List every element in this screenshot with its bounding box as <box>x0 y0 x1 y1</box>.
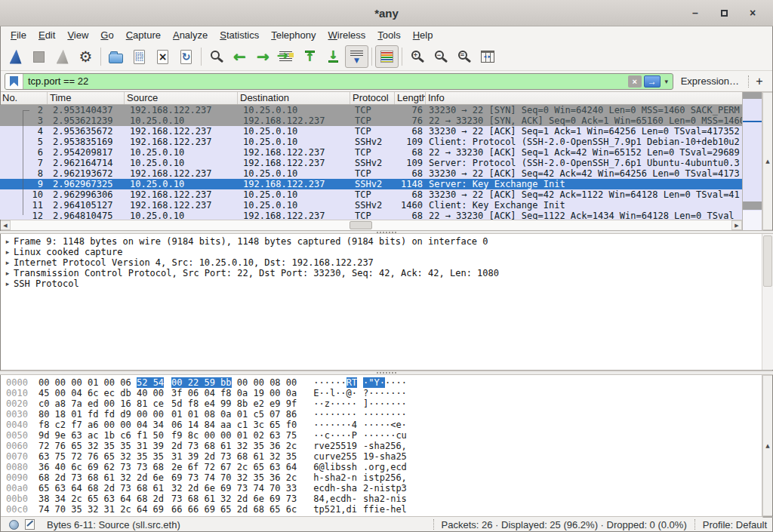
expand-arrow-icon[interactable]: ▸ <box>2 236 14 247</box>
hex-row-0010[interactable]: 001045 00 04 6c ec db 40 003f 06 04 f8 0… <box>0 388 762 398</box>
column-header-source[interactable]: Source <box>125 92 238 104</box>
packet-row-9[interactable]: 92.96296732510.25.0.10192.168.122.237SSH… <box>0 179 742 189</box>
resize-columns-button[interactable] <box>476 45 499 68</box>
go-forward-button[interactable]: → <box>251 45 275 68</box>
hex-row-0020[interactable]: 0020c0 a8 7a ed 00 16 81 ce5d f8 e4 99 8… <box>0 398 762 409</box>
details-vscrollbar[interactable] <box>762 234 773 370</box>
hex-dump[interactable]: 000000 00 00 01 00 06 52 5400 22 59 bb 0… <box>0 375 762 516</box>
close-file-button[interactable]: × <box>151 45 174 68</box>
go-top-button[interactable]: ↑ <box>298 45 322 68</box>
menu-edit[interactable]: Edit <box>32 28 61 42</box>
zoom-original-button[interactable]: = <box>452 45 476 68</box>
hex-row-0090[interactable]: 009068 2d 73 68 61 32 2d 6e69 73 74 70 3… <box>0 472 762 483</box>
zoom-out-button[interactable]: − <box>429 45 452 68</box>
go-back-button[interactable]: ← <box>228 45 251 68</box>
filter-apply-button[interactable]: → <box>644 75 661 88</box>
minimize-button[interactable]: – <box>687 5 704 21</box>
maximize-button[interactable] <box>716 5 732 21</box>
detail-row-1[interactable]: ▸Linux cooked capture <box>2 247 762 257</box>
hex-row-0080[interactable]: 008036 40 6c 69 62 73 73 682e 6f 72 67 2… <box>0 462 762 472</box>
hex-row-0040[interactable]: 0040f8 c2 f7 a6 00 00 04 3406 14 84 aa c… <box>0 420 762 430</box>
detail-row-4[interactable]: ▸SSH Protocol <box>2 278 762 289</box>
stop-capture-button[interactable] <box>27 45 51 68</box>
hex-row-0000[interactable]: 000000 00 00 01 00 06 52 5400 22 59 bb 0… <box>0 377 762 388</box>
packet-row-8[interactable]: 82.962193672192.168.122.23710.25.0.10TCP… <box>0 168 742 179</box>
expand-arrow-icon[interactable]: ▸ <box>2 268 14 278</box>
packet-list-hscrollbar[interactable]: ◀ ▶ <box>0 220 742 230</box>
column-header-time[interactable]: Time <box>48 92 125 104</box>
packet-minimap-scrollbar[interactable] <box>742 92 762 230</box>
hex-row-00a0[interactable]: 00a065 63 64 68 2d 73 68 6132 2d 6e 69 7… <box>0 483 762 494</box>
menu-capture[interactable]: Capture <box>120 28 167 42</box>
filter-value[interactable]: tcp.port == 22 <box>23 75 628 87</box>
column-header-protocol[interactable]: Protocol <box>350 92 395 104</box>
expert-info-icon[interactable] <box>9 520 19 530</box>
hscroll-thumb[interactable] <box>350 221 372 229</box>
menu-file[interactable]: File <box>5 28 32 42</box>
packet-row-11[interactable]: 112.964105127192.168.122.23710.25.0.10SS… <box>0 200 742 211</box>
menu-help[interactable]: Help <box>407 28 439 42</box>
capture-comment-icon[interactable] <box>25 519 35 530</box>
filter-history-dropdown[interactable]: ▾ <box>661 74 673 89</box>
hscroll-track[interactable] <box>11 220 731 230</box>
expand-arrow-icon[interactable]: ▸ <box>2 257 14 268</box>
start-capture-button[interactable] <box>4 45 27 68</box>
expand-arrow-icon[interactable]: ▸ <box>2 278 14 289</box>
expand-arrow-icon[interactable]: ▸ <box>2 247 14 257</box>
scroll-left-icon[interactable]: ◀ <box>0 220 11 230</box>
filter-clear-button[interactable]: × <box>628 75 642 88</box>
packet-row-7[interactable]: 72.96216471410.25.0.10192.168.122.237SSH… <box>0 158 742 168</box>
scroll-up-icon[interactable]: ▲ <box>762 92 773 230</box>
column-header-no[interactable]: No. <box>0 92 48 104</box>
display-filter-input[interactable]: tcp.port == 22 × → ▾ <box>5 73 673 90</box>
hex-row-00c0[interactable]: 00c074 70 35 32 31 2c 64 6966 66 69 65 2… <box>0 504 762 515</box>
hex-row-0050[interactable]: 00509d 9e 63 ac 1b c6 f1 50f9 8c 00 00 0… <box>0 430 762 441</box>
hex-row-0030[interactable]: 003080 18 01 fd fd d9 00 0001 01 08 0a 0… <box>0 409 762 420</box>
expression-button[interactable]: Expression… <box>673 75 747 87</box>
column-header-destination[interactable]: Destination <box>238 92 350 104</box>
hex-row-0060[interactable]: 006072 76 65 32 35 35 31 392d 73 68 61 3… <box>0 441 762 451</box>
detail-row-3[interactable]: ▸Transmission Control Protocol, Src Port… <box>2 268 762 278</box>
packet-row-5[interactable]: 52.953835169192.168.122.23710.25.0.10SSH… <box>0 137 742 147</box>
go-to-packet-button[interactable]: → <box>275 45 298 68</box>
scroll-up-icon[interactable]: ▲ <box>762 375 773 516</box>
hex-row-0070[interactable]: 007063 75 72 76 65 32 35 3531 39 2d 73 6… <box>0 451 762 462</box>
capture-options-button[interactable]: ⚙ <box>74 45 97 68</box>
menu-tools[interactable]: Tools <box>371 28 406 42</box>
bytes-scroll-thumb[interactable] <box>762 516 773 518</box>
detail-row-0[interactable]: ▸Frame 9: 1148 bytes on wire (9184 bits)… <box>2 236 762 247</box>
menu-view[interactable]: View <box>61 28 94 42</box>
bytes-vscrollbar[interactable]: ▲ ▼ <box>762 375 773 516</box>
zoom-in-button[interactable]: + <box>405 45 429 68</box>
menu-telephony[interactable]: Telephony <box>265 28 322 42</box>
menu-statistics[interactable]: Statistics <box>214 28 265 42</box>
hex-row-00b0[interactable]: 00b038 34 2c 65 63 64 68 2d73 68 61 32 2… <box>0 494 762 504</box>
packet-row-2[interactable]: 22.953140437192.168.122.23710.25.0.10TCP… <box>0 105 742 115</box>
packet-row-10[interactable]: 102.962996306192.168.122.23710.25.0.10TC… <box>0 189 742 200</box>
column-header-length[interactable]: Length <box>395 92 426 104</box>
pane-splitter-top[interactable] <box>0 231 773 234</box>
colorize-button[interactable] <box>375 45 399 68</box>
reload-file-button[interactable]: ↻ <box>174 45 198 68</box>
scroll-right-icon[interactable]: ▶ <box>731 220 742 230</box>
menu-go[interactable]: Go <box>94 28 119 42</box>
pane-splitter-bottom[interactable] <box>0 371 773 375</box>
close-button[interactable]: × <box>744 5 761 21</box>
packet-list[interactable]: 22.953140437192.168.122.23710.25.0.10TCP… <box>0 105 742 220</box>
packet-list-vscrollbar[interactable]: ▲ ▼ <box>762 92 773 230</box>
menu-analyze[interactable]: Analyze <box>167 28 214 42</box>
filter-bookmark-button[interactable] <box>5 74 23 89</box>
find-packet-button[interactable] <box>205 45 228 68</box>
packet-row-3[interactable]: 32.95362123910.25.0.10192.168.122.237TCP… <box>0 115 742 126</box>
detail-row-2[interactable]: ▸Internet Protocol Version 4, Src: 10.25… <box>2 257 762 268</box>
add-filter-button[interactable]: + <box>750 73 768 90</box>
details-scroll-thumb[interactable] <box>763 235 772 287</box>
save-file-button[interactable]: 0101 0110 0111 <box>128 45 151 68</box>
auto-scroll-button[interactable]: ▼ <box>345 45 368 68</box>
packet-row-12[interactable]: 122.96481047510.25.0.10192.168.122.237TC… <box>0 211 742 220</box>
packet-row-6[interactable]: 62.95420981710.25.0.10192.168.122.237TCP… <box>0 147 742 158</box>
column-header-info[interactable]: Info <box>426 92 742 104</box>
restart-capture-button[interactable] <box>51 45 74 68</box>
open-file-button[interactable] <box>104 45 128 68</box>
go-bottom-button[interactable]: ↓ <box>322 45 345 68</box>
